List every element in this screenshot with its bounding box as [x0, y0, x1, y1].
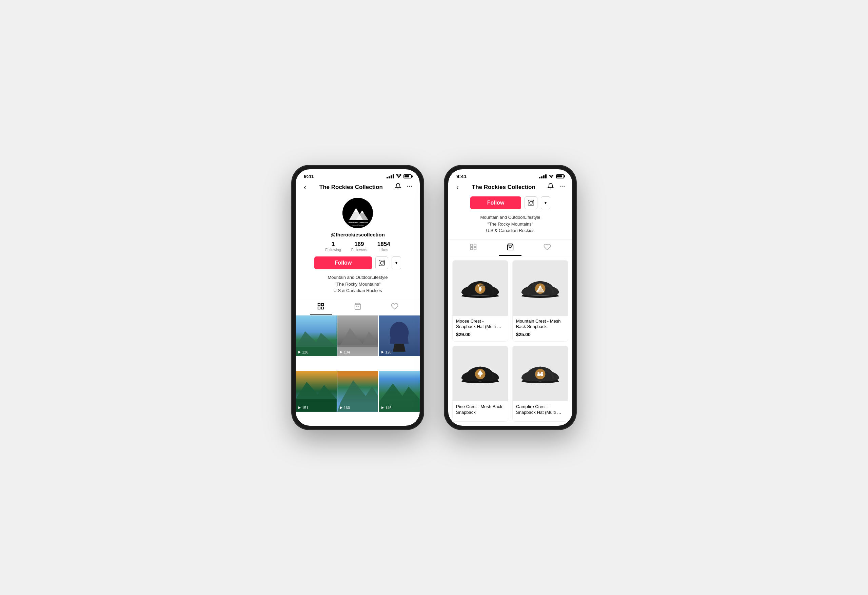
tab-videos-1[interactable]: [303, 299, 340, 315]
video-count-5: 160: [340, 406, 350, 410]
product-price-1: $29.00: [456, 332, 505, 337]
back-button-1[interactable]: ‹: [303, 182, 307, 192]
video-count-1: 126: [298, 350, 308, 354]
bell-icon-2[interactable]: [547, 183, 554, 191]
action-row-2: Follow ▾: [470, 197, 551, 209]
instagram-button-2[interactable]: [524, 197, 537, 209]
nav-bar-2: ‹ The Rockies Collection: [448, 181, 572, 195]
svg-rect-13: [318, 303, 320, 305]
stat-likes: 1854 Likes: [377, 241, 390, 252]
product-image-3: [453, 346, 508, 401]
stat-likes-number: 1854: [377, 241, 390, 248]
svg-point-36: [560, 186, 561, 187]
shop-profile: Follow ▾ Mountain and OutdoorLifestyle "…: [448, 195, 572, 240]
more-icon-2[interactable]: [559, 183, 565, 191]
svg-rect-51: [480, 290, 481, 292]
svg-marker-35: [381, 406, 384, 409]
heart-icon-2: [543, 243, 551, 252]
video-count-2: 134: [340, 350, 350, 354]
bio-2: Mountain and OutdoorLifestyle "The Rocky…: [480, 214, 540, 234]
svg-rect-59: [480, 375, 481, 377]
phone-1: 9:41 ‹: [292, 165, 424, 430]
svg-rect-42: [471, 244, 472, 246]
stat-following-number: 1: [332, 241, 335, 248]
status-time-1: 9:41: [304, 173, 314, 179]
signal-icon-1: [387, 175, 394, 178]
back-button-2[interactable]: ‹: [455, 182, 460, 192]
stat-followers: 169 Followers: [351, 241, 367, 252]
svg-marker-33: [340, 406, 342, 409]
svg-point-12: [383, 261, 384, 262]
phone-1-screen: 9:41 ‹: [296, 169, 420, 426]
bell-icon-1[interactable]: [395, 183, 402, 191]
svg-point-41: [532, 201, 533, 201]
svg-marker-28: [381, 351, 384, 354]
video-count-6: 146: [381, 406, 391, 410]
nav-icons-1: [395, 183, 413, 191]
product-image-4: [513, 346, 568, 401]
svg-point-40: [530, 201, 532, 204]
more-icon-1[interactable]: [406, 183, 413, 191]
bio-1: Mountain and OutdoorLifestyle "The Rocky…: [328, 274, 388, 294]
video-thumb-3[interactable]: 128: [379, 315, 420, 357]
svg-rect-44: [471, 247, 472, 249]
video-thumb-6[interactable]: 146: [379, 371, 420, 412]
product-name-4: Campfire Crest - Snapback Hat (Multi …: [516, 404, 565, 416]
svg-rect-39: [528, 200, 534, 206]
svg-rect-50: [480, 290, 480, 292]
video-thumb-2[interactable]: 134: [337, 315, 378, 357]
battery-icon-2: [556, 175, 564, 178]
tab-videos-2[interactable]: [455, 240, 492, 256]
follow-button-1[interactable]: Follow: [314, 256, 372, 269]
stat-followers-number: 169: [354, 241, 364, 248]
video-count-3: 128: [381, 350, 391, 354]
svg-rect-43: [474, 244, 476, 246]
dropdown-button-1[interactable]: ▾: [392, 256, 401, 269]
product-info-4: Campfire Crest - Snapback Hat (Multi …: [513, 401, 568, 420]
product-info-2: Mountain Crest - Mesh Back Snapback $25.…: [513, 316, 568, 340]
video-grid-1: 126 134: [296, 315, 420, 426]
tab-shop-1[interactable]: [340, 299, 376, 315]
video-thumb-1[interactable]: 126: [296, 315, 337, 357]
tab-shop-2[interactable]: [492, 240, 529, 256]
svg-text:Souvenir & Boutique: Souvenir & Boutique: [351, 224, 364, 226]
nav-title-2: The Rockies Collection: [472, 184, 535, 191]
nav-icons-2: [547, 183, 565, 191]
product-name-2: Mountain Crest - Mesh Back Snapback: [516, 318, 565, 330]
svg-point-37: [562, 186, 563, 187]
instagram-button-1[interactable]: [375, 256, 388, 269]
video-thumb-5[interactable]: 160: [337, 371, 378, 412]
svg-marker-21: [298, 351, 301, 354]
svg-point-38: [564, 186, 565, 187]
shop-icon-2: [506, 243, 514, 252]
product-name-3: Pine Crest - Mesh Back Snapback: [456, 404, 505, 416]
stat-followers-label: Followers: [351, 248, 367, 252]
product-card-1[interactable]: Moose Crest - Snapback Hat (Multi … $29.…: [452, 260, 508, 342]
svg-text:The Rockies Collection: The Rockies Collection: [348, 222, 368, 223]
phone-2-screen: 9:41 ‹: [448, 169, 572, 426]
shop-icon-1: [354, 303, 362, 312]
status-bar-2: 9:41: [448, 169, 572, 181]
svg-rect-45: [474, 247, 476, 249]
dropdown-button-2[interactable]: ▾: [541, 197, 550, 209]
svg-rect-64: [538, 372, 539, 373]
product-info-1: Moose Crest - Snapback Hat (Multi … $29.…: [453, 316, 508, 340]
stat-following: 1 Following: [325, 241, 341, 252]
svg-rect-66: [541, 372, 542, 373]
stat-likes-label: Likes: [379, 248, 388, 252]
product-card-2[interactable]: Mountain Crest - Mesh Back Snapback $25.…: [512, 260, 568, 342]
follow-button-2[interactable]: Follow: [470, 197, 521, 209]
product-card-3[interactable]: Pine Crest - Mesh Back Snapback: [452, 346, 508, 422]
product-image-1: [453, 260, 508, 316]
status-bar-1: 9:41: [296, 169, 420, 181]
svg-rect-16: [322, 307, 323, 309]
svg-rect-65: [539, 372, 539, 373]
tab-likes-1[interactable]: [376, 299, 413, 315]
tab-likes-2[interactable]: [528, 240, 565, 256]
svg-rect-67: [542, 372, 543, 373]
profile-section-1: The Rockies Collection Souvenir & Boutiq…: [296, 195, 420, 299]
product-info-3: Pine Crest - Mesh Back Snapback: [453, 401, 508, 420]
video-thumb-4[interactable]: 151: [296, 371, 337, 412]
svg-point-49: [480, 286, 481, 289]
product-card-4[interactable]: Campfire Crest - Snapback Hat (Multi …: [512, 346, 568, 422]
